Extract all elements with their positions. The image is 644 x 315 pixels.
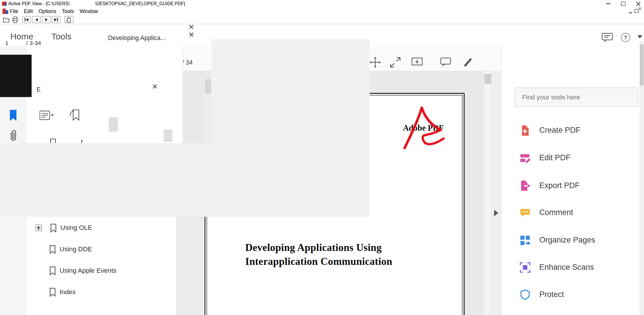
tool-label: Enhance Scans bbox=[539, 263, 594, 272]
help-icon: ? bbox=[624, 34, 627, 40]
glitch-square bbox=[109, 117, 118, 132]
document-title-line2: Interapplication Communication bbox=[245, 256, 392, 267]
next-page-button[interactable] bbox=[42, 16, 51, 23]
bookmark-item-icon bbox=[50, 223, 57, 233]
child-minimize-button[interactable] bbox=[629, 10, 632, 13]
app-scrollbar-thumb[interactable] bbox=[640, 44, 644, 85]
bookmark-item-label[interactable]: Using Apple Events bbox=[60, 267, 117, 274]
paperclip-icon bbox=[8, 129, 19, 144]
highlight-tool-icon bbox=[462, 56, 474, 69]
glitch-scroll-thumb bbox=[205, 79, 211, 94]
close-button[interactable] bbox=[633, 1, 644, 7]
read-mode-button[interactable] bbox=[411, 56, 423, 69]
maximize-icon bbox=[621, 2, 625, 6]
maximize-button[interactable] bbox=[618, 1, 628, 7]
print-button[interactable] bbox=[12, 16, 19, 23]
highlight-tool-button[interactable] bbox=[462, 56, 474, 69]
help-button[interactable]: ? bbox=[621, 33, 630, 42]
hand-tool-icon bbox=[65, 16, 73, 23]
tool-comment[interactable]: Comment bbox=[520, 203, 634, 223]
bookmarks-action-button[interactable] bbox=[69, 109, 80, 122]
glitch-scroll-strip bbox=[204, 78, 212, 143]
document-scrollbar-thumb[interactable] bbox=[485, 74, 491, 84]
comment-tool-button[interactable] bbox=[440, 57, 452, 68]
bookmark-item-label[interactable]: Using DDE bbox=[60, 245, 92, 253]
menu-file[interactable]: File bbox=[10, 8, 18, 14]
expand-plus-icon[interactable] bbox=[35, 225, 42, 231]
app-scrollbar[interactable] bbox=[639, 41, 644, 315]
prev-page-button[interactable] bbox=[32, 16, 41, 23]
tools-panel: Create PDF Edit PDF Export PDF Comment O… bbox=[501, 46, 639, 315]
fullscreen-button[interactable] bbox=[389, 56, 402, 69]
bookmark-item[interactable]: Index bbox=[35, 286, 175, 298]
document-scrollbar[interactable] bbox=[485, 71, 491, 315]
tool-organize-pages[interactable]: Organize Pages bbox=[520, 230, 634, 250]
glitch-black-block bbox=[0, 55, 32, 97]
bookmarks-panel-title-fragment: E bbox=[36, 86, 41, 93]
menu-window[interactable]: Window bbox=[80, 8, 98, 14]
last-page-arrow bbox=[54, 18, 57, 21]
bookmark-item-icon bbox=[49, 266, 56, 275]
close-icon bbox=[635, 1, 641, 7]
edit-pdf-icon bbox=[520, 152, 531, 163]
tool-enhance-scans[interactable]: Enhance Scans bbox=[520, 257, 634, 277]
open-button[interactable] bbox=[3, 16, 10, 23]
document-tab[interactable]: Developing Applica... bbox=[108, 34, 166, 41]
last-page-button[interactable] bbox=[52, 16, 60, 23]
next-page-icon bbox=[45, 18, 47, 21]
bookmark-item[interactable]: Using OLE bbox=[35, 222, 175, 234]
tool-protect[interactable]: Protect bbox=[520, 285, 634, 304]
tool-export-pdf[interactable]: Export PDF bbox=[520, 176, 634, 195]
bookmarks-panel-button[interactable] bbox=[8, 109, 18, 122]
pan-tool-icon bbox=[369, 56, 381, 69]
glitch-square bbox=[164, 130, 173, 142]
tool-label: Edit PDF bbox=[539, 153, 570, 162]
chevron-down-icon[interactable] bbox=[637, 35, 642, 38]
app-icon bbox=[2, 1, 7, 6]
bookmark-item-label[interactable]: Using OLE bbox=[60, 224, 92, 232]
tool-edit-pdf[interactable]: Edit PDF bbox=[520, 148, 634, 168]
panel-collapse-strip bbox=[491, 71, 501, 315]
last-page-icon bbox=[57, 18, 58, 21]
glitch-overlay bbox=[0, 143, 370, 217]
create-pdf-icon bbox=[520, 125, 531, 136]
menu-options[interactable]: Options bbox=[38, 8, 56, 14]
menu-tools[interactable]: Tools bbox=[62, 8, 74, 14]
bookmark-item-icon bbox=[49, 245, 56, 254]
hand-tool-button[interactable] bbox=[65, 16, 74, 23]
menu-bar: File Edit Options Tools Window bbox=[0, 8, 644, 15]
tool-label: Comment bbox=[539, 208, 573, 217]
app-window: Active PDF View - [C:\USERS\\DESKTOP\IAC… bbox=[0, 0, 644, 315]
prev-page-icon bbox=[35, 18, 38, 21]
first-page-arrow bbox=[26, 18, 28, 21]
menu-edit[interactable]: Edit bbox=[24, 8, 33, 14]
bookmark-item[interactable]: Using Apple Events bbox=[35, 264, 175, 277]
adobe-pdf-logo: Adobe PDF bbox=[400, 105, 451, 154]
print-icon bbox=[12, 16, 19, 23]
panel-collapse-arrow-icon[interactable] bbox=[494, 210, 498, 216]
tool-create-pdf[interactable]: Create PDF bbox=[520, 121, 634, 140]
classic-toolbar bbox=[0, 15, 644, 24]
page-count-label: / 34 bbox=[182, 59, 193, 66]
pan-tool-button[interactable] bbox=[369, 56, 381, 69]
first-page-button[interactable] bbox=[22, 16, 31, 23]
bookmarks-options-button[interactable] bbox=[39, 110, 54, 121]
comment-tool-icon bbox=[440, 57, 452, 68]
comments-panel-button[interactable] bbox=[601, 32, 614, 44]
bookmark-action-icon bbox=[69, 109, 80, 122]
tool-label: Protect bbox=[539, 290, 564, 299]
read-mode-icon bbox=[411, 56, 423, 69]
comments-panel-icon bbox=[601, 32, 614, 44]
bookmark-item[interactable]: Using DDE bbox=[35, 243, 175, 256]
open-icon bbox=[3, 16, 10, 23]
window-title-suffix: \DESKTOP\IAC_DEVELOPER_GUIDE.PDF] bbox=[95, 1, 185, 6]
mini-page-total-glitch: / 3-34 bbox=[26, 40, 41, 46]
tab-tools[interactable]: Tools bbox=[51, 32, 71, 41]
minimize-icon bbox=[606, 3, 610, 4]
tools-search-input[interactable] bbox=[514, 88, 639, 107]
first-page-icon bbox=[25, 18, 25, 21]
minimize-button[interactable] bbox=[603, 1, 614, 7]
attachments-panel-button[interactable] bbox=[8, 129, 19, 144]
child-minimize-icon bbox=[629, 12, 632, 13]
bookmark-item-label[interactable]: Index bbox=[60, 288, 76, 296]
